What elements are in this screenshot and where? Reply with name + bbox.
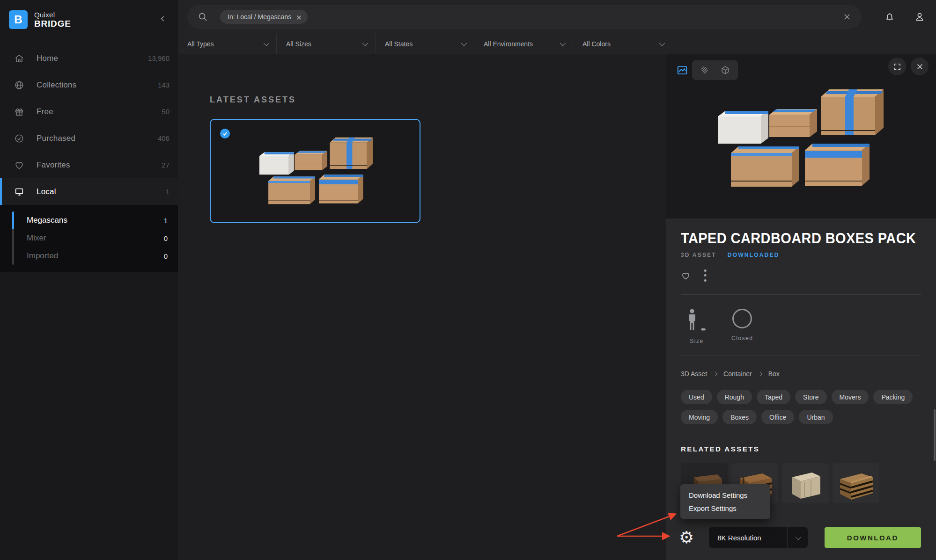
close-panel-icon[interactable] (911, 58, 929, 75)
tag-boxes[interactable]: Boxes (722, 410, 757, 424)
state-indicator: Closed (731, 309, 753, 344)
sidebar-item-purchased[interactable]: Purchased 406 (0, 125, 178, 152)
sidebar-item-count: 13,960 (148, 54, 170, 62)
search-scope-chip[interactable]: In: Local / Megascans (220, 10, 308, 24)
view-brush-strokes-icon[interactable] (700, 65, 710, 75)
settings-gear-icon[interactable]: ⚙ (679, 529, 694, 546)
tag-taped[interactable]: Taped (757, 390, 790, 404)
brand-header: B Quixel BRIDGE (0, 0, 178, 41)
filter-all-states[interactable]: All States (376, 34, 474, 54)
asset-preview-viewport (666, 54, 936, 218)
related-asset-thumbnail[interactable] (833, 463, 879, 503)
sidebar-item-local[interactable]: Local 1 (0, 178, 178, 205)
filter-all-colors[interactable]: All Colors (573, 34, 672, 54)
subitem-label: Megascans (27, 216, 67, 225)
check-circle-icon (14, 133, 24, 144)
chip-remove-icon[interactable] (296, 14, 302, 20)
menu-item-export-settings[interactable]: Export Settings (680, 502, 770, 515)
subitem-label: Imported (27, 251, 58, 261)
filter-all-types[interactable]: All Types (178, 34, 277, 54)
sidebar-subitem-mixer[interactable]: Mixer 0 (0, 229, 178, 247)
chevron-down-icon (461, 40, 467, 46)
section-divider (681, 356, 921, 356)
favorite-heart-icon[interactable] (681, 271, 691, 281)
heart-icon (14, 160, 24, 170)
settings-context-menu: Download Settings Export Settings (680, 484, 770, 519)
sidebar-item-favorites[interactable]: Favorites 27 (0, 152, 178, 178)
search-icon (198, 12, 208, 22)
monitor-icon (14, 187, 24, 197)
section-divider (681, 294, 921, 295)
asset-grid: LATEST ASSETS (178, 54, 666, 560)
resolution-select[interactable]: 8K Resolution (709, 527, 807, 548)
tag-rough[interactable]: Rough (717, 390, 752, 404)
search-bar[interactable]: In: Local / Megascans (187, 5, 862, 29)
panel-scrollbar[interactable] (934, 409, 936, 461)
breadcrumb-box[interactable]: Box (768, 370, 780, 378)
tag-office[interactable]: Office (761, 410, 794, 424)
sidebar-item-count: 406 (158, 134, 170, 142)
filter-all-sizes[interactable]: All Sizes (277, 34, 376, 54)
tag-store[interactable]: Store (795, 390, 826, 404)
sidebar-item-count: 1 (166, 188, 170, 196)
home-icon (14, 53, 24, 64)
subitem-count: 0 (164, 252, 168, 260)
brand-bridge: BRIDGE (34, 19, 71, 28)
related-assets-heading: RELATED ASSETS (681, 445, 921, 453)
brand-quixel: Quixel (34, 11, 71, 18)
chevron-down-icon (659, 40, 665, 46)
sidebar-collapse-icon[interactable] (158, 14, 168, 23)
sidebar-item-count: 27 (162, 161, 170, 169)
subitem-count: 1 (164, 217, 168, 225)
asset-preview-image (710, 85, 888, 192)
tag-packing[interactable]: Packing (873, 390, 913, 404)
sidebar-item-label: Favorites (37, 160, 70, 170)
related-asset-thumbnail[interactable] (782, 463, 829, 503)
latest-assets-heading: LATEST ASSETS (210, 95, 666, 105)
human-scale-icon (687, 309, 706, 331)
search-clear-icon[interactable] (843, 13, 851, 21)
quixel-logo: B (9, 10, 28, 29)
sidebar-item-label: Collections (37, 80, 76, 90)
asset-card-taped-cardboard-boxes[interactable] (210, 119, 420, 223)
view-image-tab-icon[interactable] (676, 64, 688, 76)
tag-urban[interactable]: Urban (799, 410, 833, 424)
sidebar-item-label: Home (37, 54, 58, 63)
chevron-down-icon (362, 40, 369, 46)
selected-check-badge (220, 129, 230, 138)
breadcrumb-3d-asset[interactable]: 3D Asset (681, 370, 707, 378)
notifications-bell-icon[interactable] (884, 11, 895, 22)
breadcrumb-container[interactable]: Container (723, 370, 752, 378)
sidebar-subitem-imported[interactable]: Imported 0 (0, 247, 178, 265)
tag-movers[interactable]: Movers (832, 390, 869, 404)
sidebar-nav: Home 13,960 Collections 143 Free 50 (0, 45, 178, 272)
chevron-right-icon (713, 371, 718, 376)
gift-icon (14, 107, 24, 117)
main-column: In: Local / Megascans (178, 0, 936, 560)
menu-item-download-settings[interactable]: Download Settings (680, 488, 770, 502)
download-button[interactable]: DOWNLOAD (825, 527, 921, 548)
sidebar-item-free[interactable]: Free 50 (0, 98, 178, 125)
fullscreen-icon[interactable] (888, 58, 906, 75)
sidebar-subitem-megascans[interactable]: Megascans 1 (0, 211, 178, 229)
tag-moving[interactable]: Moving (681, 410, 718, 424)
local-sub-list: Megascans 1 Mixer 0 Imported 0 (0, 205, 178, 272)
sidebar-item-home[interactable]: Home 13,960 (0, 45, 178, 72)
sidebar-item-count: 50 (162, 108, 170, 116)
account-profile-icon[interactable] (914, 11, 925, 22)
sidebar-item-label: Purchased (37, 134, 75, 143)
more-options-kebab-icon[interactable]: ••• (703, 269, 708, 283)
sidebar-item-collections[interactable]: Collections 143 (0, 72, 178, 98)
tag-used[interactable]: Used (681, 390, 712, 404)
view-3d-cube-icon[interactable] (720, 65, 730, 75)
sidebar-item-label: Free (37, 107, 53, 116)
asset-type-label: 3D ASSET (681, 252, 716, 258)
chevron-down-icon (560, 40, 566, 46)
sidebar-item-count: 143 (158, 81, 170, 89)
downloaded-status-badge: DOWNLOADED (728, 252, 780, 258)
sidebar-item-label: Local (37, 187, 56, 196)
size-indicator: Size (687, 309, 706, 344)
filter-all-environments[interactable]: All Environments (474, 34, 573, 54)
collections-globe-icon (14, 80, 24, 90)
search-scope-label: In: Local / Megascans (228, 13, 291, 21)
